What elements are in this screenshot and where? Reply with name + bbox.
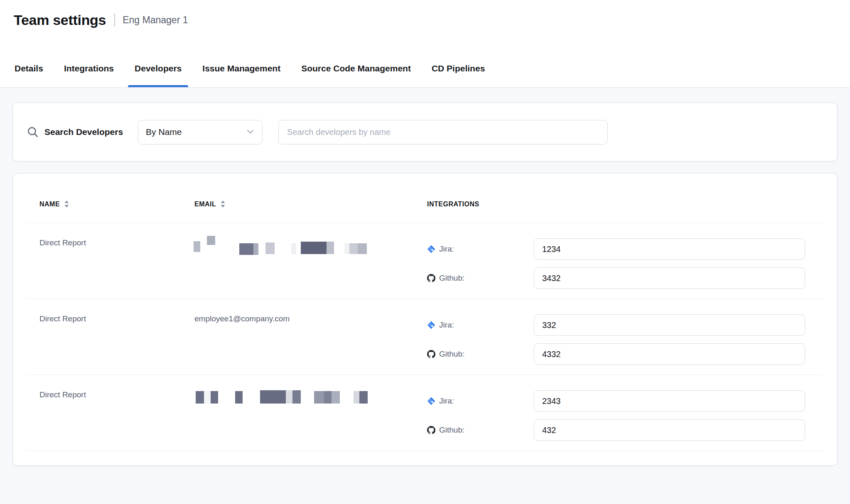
github-id-input[interactable] (534, 343, 805, 365)
tab-details[interactable]: Details (8, 54, 50, 87)
developer-email (194, 235, 427, 289)
search-input[interactable] (278, 120, 608, 144)
jira-id-input[interactable] (534, 238, 805, 260)
tab-issue-management[interactable]: Issue Management (196, 54, 287, 87)
content-area: Search Developers By Name NAME EMAIL (0, 88, 850, 504)
github-icon (427, 426, 435, 434)
tab-bar: Details Integrations Developers Issue Ma… (0, 54, 850, 88)
chevron-down-icon (247, 128, 254, 136)
column-header-email[interactable]: EMAIL (194, 200, 427, 208)
github-label: Github: (439, 274, 464, 283)
jira-integration: Jira: (427, 390, 805, 412)
search-icon (27, 126, 39, 138)
table-header-row: NAME EMAIL INTEGRATIONS (26, 174, 824, 223)
jira-integration: Jira: (427, 314, 805, 336)
developer-integrations: Jira: Github: (427, 311, 824, 365)
table-row: Direct Report Jira: (26, 223, 824, 299)
developer-name: Direct Report (26, 311, 194, 365)
github-label: Github: (439, 350, 464, 359)
developer-email: employee1@company.com (194, 311, 427, 365)
column-header-name[interactable]: NAME (26, 200, 194, 208)
github-integration: Github: (427, 267, 805, 289)
github-label: Github: (439, 426, 464, 435)
active-tab-underline (128, 85, 188, 87)
github-integration: Github: (427, 419, 805, 441)
redacted-email (194, 238, 427, 257)
table-row: Direct Report employee1@company.com Jira… (26, 298, 824, 375)
developer-name: Direct Report (26, 387, 194, 441)
tab-integrations[interactable]: Integrations (57, 54, 120, 87)
jira-icon (427, 397, 435, 405)
page-header: Team settings Eng Manager 1 (0, 0, 850, 54)
github-icon (427, 274, 435, 282)
developer-integrations: Jira: Github: (427, 235, 824, 289)
table-row: Direct Report Jira: (26, 374, 824, 451)
developers-table: NAME EMAIL INTEGRATIONS Direct Report (12, 173, 838, 466)
search-developers-label: Search Developers (44, 127, 123, 137)
github-id-input[interactable] (534, 419, 805, 441)
github-id-input[interactable] (534, 267, 805, 289)
table-body: Direct Report Jira: (26, 223, 824, 451)
github-integration: Github: (427, 343, 805, 365)
sort-icon[interactable] (220, 200, 226, 208)
developer-integrations: Jira: Github: (427, 387, 824, 441)
jira-label: Jira: (439, 321, 454, 330)
search-panel: Search Developers By Name (12, 103, 838, 161)
title-separator (114, 13, 115, 27)
jira-label: Jira: (439, 396, 454, 406)
team-name: Eng Manager 1 (123, 15, 188, 26)
sort-icon[interactable] (64, 200, 69, 208)
jira-integration: Jira: (427, 238, 805, 260)
page-title: Team settings (14, 12, 106, 28)
search-filter-select[interactable]: By Name (138, 120, 263, 144)
developer-name: Direct Report (26, 235, 194, 289)
search-filter-value: By Name (146, 127, 182, 137)
github-icon (427, 350, 435, 358)
jira-icon (427, 245, 435, 253)
tab-source-code-management[interactable]: Source Code Management (295, 54, 418, 87)
column-header-integrations: INTEGRATIONS (427, 201, 824, 208)
jira-id-input[interactable] (534, 314, 805, 336)
tab-cd-pipelines[interactable]: CD Pipelines (425, 54, 491, 87)
jira-label: Jira: (439, 245, 454, 254)
tab-developers[interactable]: Developers (128, 54, 188, 87)
jira-icon (427, 321, 435, 329)
jira-id-input[interactable] (534, 390, 805, 412)
redacted-email (194, 390, 427, 409)
developer-email (194, 387, 427, 441)
